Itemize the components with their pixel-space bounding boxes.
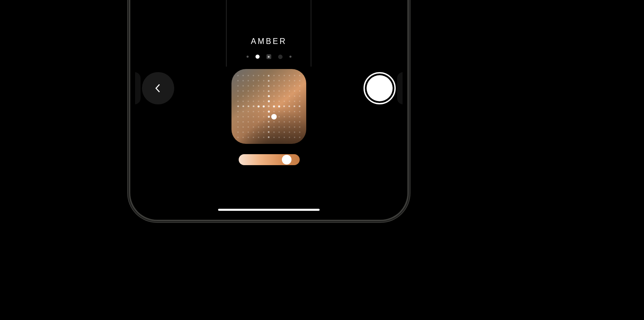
pad-dot <box>273 95 275 97</box>
pad-dot <box>258 111 259 112</box>
color-picker-cursor[interactable] <box>271 114 277 119</box>
pad-dot <box>299 95 300 97</box>
pad-dot <box>289 80 290 81</box>
pad-dot <box>242 85 244 87</box>
pad-dot <box>299 85 300 87</box>
pad-dot <box>242 121 244 123</box>
pad-dot <box>284 80 285 81</box>
shutter-button[interactable] <box>363 72 396 104</box>
pad-dot <box>248 75 249 76</box>
pad-dot <box>299 105 300 107</box>
pad-dot <box>273 105 275 107</box>
pad-dot <box>248 132 249 133</box>
pad-dot <box>268 105 270 107</box>
pad-dot <box>284 126 285 128</box>
pad-dot <box>248 80 249 81</box>
pad-dot <box>242 111 244 112</box>
pad-dot <box>294 137 295 138</box>
pad-dot <box>268 121 270 123</box>
pad-dot <box>237 132 239 133</box>
pad-dot <box>294 111 295 112</box>
pad-dot <box>237 95 239 97</box>
pad-dot <box>294 80 295 81</box>
pad-dot <box>278 95 280 97</box>
pad-dot <box>237 116 239 117</box>
pad-dot <box>258 137 259 138</box>
pad-dot <box>253 126 254 128</box>
pad-dot <box>248 116 249 117</box>
pad-dot <box>284 137 285 138</box>
carousel-peek-right[interactable] <box>397 72 403 104</box>
pad-dot <box>289 137 290 138</box>
pad-dot <box>294 116 295 117</box>
pad-dot <box>242 95 244 97</box>
pad-dot <box>242 105 244 107</box>
pad-dot <box>263 101 264 102</box>
pad-dot <box>294 101 295 102</box>
pad-dot <box>299 75 300 76</box>
back-button[interactable] <box>142 72 174 104</box>
pad-dot <box>248 126 249 128</box>
pad-dot <box>294 95 295 97</box>
pad-dot <box>237 105 239 107</box>
page-indicators[interactable] <box>135 54 403 59</box>
pad-dot <box>278 137 280 138</box>
indicator-dot-4[interactable] <box>289 56 291 58</box>
pad-dot <box>237 80 239 81</box>
pad-dot <box>253 95 254 97</box>
pad-dot <box>294 85 295 87</box>
slider-knob[interactable] <box>282 155 291 164</box>
pad-dot <box>284 85 285 87</box>
pad-dot <box>283 105 285 107</box>
pad-dot <box>268 80 270 82</box>
pad-dot <box>248 111 249 112</box>
pad-dot <box>289 75 290 76</box>
phone-frame: AMBER <box>130 0 407 220</box>
pad-dot <box>273 111 275 112</box>
pad-dot <box>253 105 254 107</box>
intensity-slider[interactable] <box>239 154 300 165</box>
color-picker-pad[interactable] <box>231 69 306 144</box>
phone-screen: AMBER <box>135 0 403 215</box>
pad-dot <box>299 111 300 112</box>
carousel-peek-left[interactable] <box>135 72 141 104</box>
pad-dot <box>299 132 300 133</box>
pad-dot <box>242 116 244 117</box>
pad-dot <box>253 85 254 87</box>
pad-dot <box>258 101 259 102</box>
pad-dot <box>253 75 254 76</box>
indicator-dot-3[interactable] <box>278 55 283 59</box>
pad-dot <box>278 111 280 112</box>
indicator-dot-1-active[interactable] <box>255 55 260 59</box>
pad-dot <box>299 90 300 92</box>
home-indicator[interactable] <box>218 209 320 211</box>
pad-dot <box>289 126 290 128</box>
pad-dot <box>237 137 239 138</box>
pad-dot <box>242 132 244 133</box>
pad-dot <box>284 75 285 76</box>
pad-dot <box>278 116 280 117</box>
indicator-dot-0[interactable] <box>247 56 249 58</box>
pad-dot <box>273 85 275 87</box>
pad-dot <box>248 90 249 92</box>
pad-dot <box>294 75 295 76</box>
pad-dot <box>278 101 280 102</box>
pad-dot <box>263 116 264 117</box>
pad-dot <box>289 116 290 117</box>
pad-dot <box>258 121 259 123</box>
pad-dot <box>273 80 275 81</box>
pad-dot <box>268 100 270 102</box>
pad-dot <box>248 105 249 107</box>
pad-dot <box>278 80 280 81</box>
pad-dot <box>248 95 249 97</box>
stage: AMBER <box>0 0 644 320</box>
pad-dot <box>299 116 300 117</box>
pad-dot <box>248 85 249 87</box>
pad-dot <box>289 85 290 87</box>
pad-dot <box>242 101 244 102</box>
pad-dot <box>258 105 260 107</box>
pad-dot <box>268 90 270 92</box>
pad-dot <box>299 137 300 138</box>
pad-dot <box>258 85 259 87</box>
indicator-dot-2[interactable] <box>266 54 271 59</box>
